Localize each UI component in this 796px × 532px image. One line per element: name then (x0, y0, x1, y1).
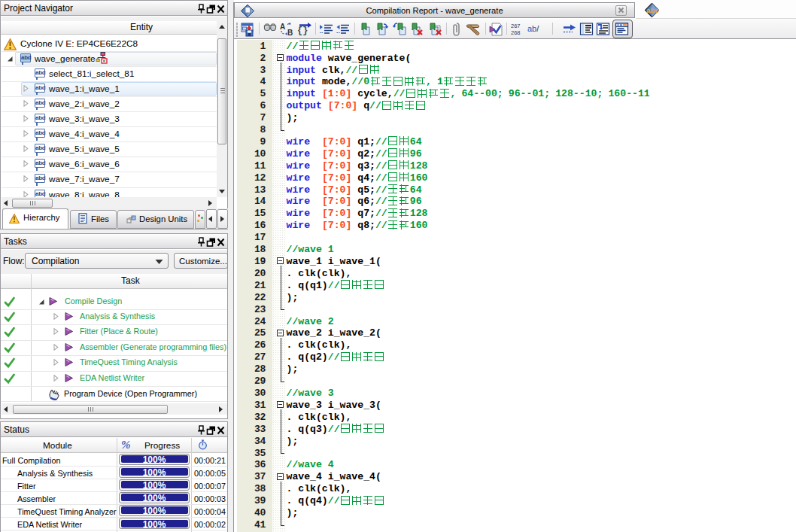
svg-text:{}: {} (297, 26, 308, 36)
svg-text:abc: abc (646, 6, 658, 14)
svg-text:A: A (280, 23, 285, 31)
svg-text:B: B (287, 29, 293, 37)
